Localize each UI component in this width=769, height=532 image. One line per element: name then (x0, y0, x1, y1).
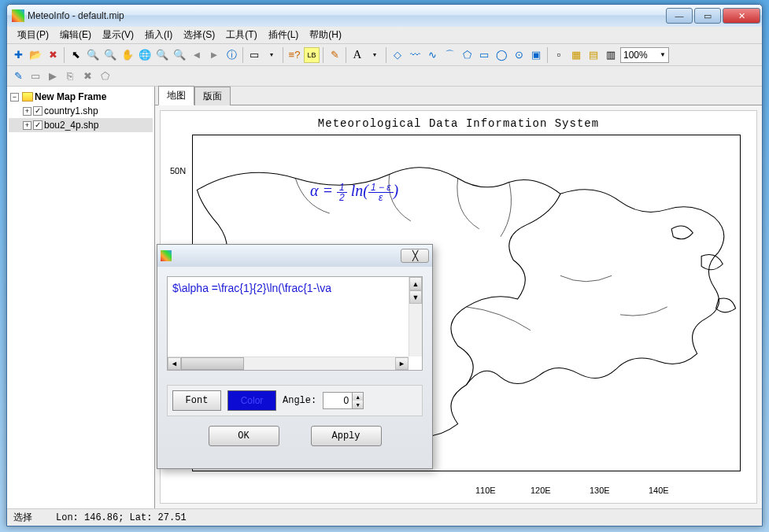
minimize-button[interactable]: — (666, 8, 693, 24)
label-icon[interactable]: LB (304, 47, 320, 63)
zoom-in-icon[interactable]: 🔍 (85, 47, 101, 63)
spinner-up-icon[interactable]: ▲ (352, 393, 363, 401)
status-coords: Lon: 146.86; Lat: 27.51 (56, 512, 187, 523)
tree-item[interactable]: + ✓ country1.shp (9, 104, 153, 118)
vertical-scrollbar[interactable]: ▲ ▼ (409, 277, 422, 357)
angle-input[interactable] (323, 393, 352, 408)
text-input-area[interactable]: $\alpha =\frac{1}{2}\ln(\frac{1-\va ▲ ▼ … (167, 276, 423, 371)
play-icon[interactable]: ▶ (45, 68, 61, 84)
pencil-icon[interactable]: ✎ (10, 68, 26, 84)
menu-project[interactable]: 项目(P) (12, 27, 54, 43)
tab-map[interactable]: 地图 (158, 86, 194, 105)
angle-label: Angle: (283, 395, 316, 406)
font-button[interactable]: Font (172, 390, 221, 411)
layer-tree: − New Map Frame + ✓ country1.shp + ✓ bou… (7, 87, 155, 508)
status-mode: 选择 (13, 511, 32, 524)
pointer-icon[interactable]: ⬉ (68, 47, 83, 63)
shape-curve-icon[interactable]: ⌒ (442, 47, 457, 63)
shape-edit-icon[interactable]: ⬠ (97, 68, 113, 84)
menu-help[interactable]: 帮助(H) (304, 27, 347, 43)
x-tick: 130E (590, 486, 610, 495)
measure-icon[interactable]: ≡? (287, 47, 302, 63)
shape-circle-icon[interactable]: ⊙ (511, 47, 527, 63)
layout-page-icon[interactable]: ▫ (551, 47, 567, 63)
edit-toolbar: ✎ ▭ ▶ ⎘ ✖ ⬠ (7, 66, 762, 87)
open-icon[interactable]: 📂 (28, 47, 43, 63)
main-toolbar: ✚ 📂 ✖ ⬉ 🔍 🔍 ✋ 🌐 🔍 🔍 ◄ ► ⓘ ▭ ▾ ≡? LB ✎ A … (7, 44, 762, 66)
y-tick: 50N (170, 166, 186, 175)
menu-insert[interactable]: 插入(I) (139, 27, 178, 43)
frame-icon (22, 92, 33, 102)
scroll-right-icon[interactable]: ► (395, 357, 409, 370)
expand-icon[interactable]: + (23, 107, 31, 116)
layout-scale-icon[interactable]: ▥ (603, 47, 619, 63)
edit-icon[interactable]: ✎ (327, 47, 342, 63)
shape-freehand-icon[interactable]: ∿ (424, 47, 440, 63)
layout-legend-icon[interactable]: ▤ (586, 47, 601, 63)
menu-view[interactable]: 显示(V) (97, 27, 139, 43)
latex-input[interactable]: $\alpha =\frac{1}{2}\ln(\frac{1-\va (168, 277, 422, 299)
formula-text[interactable]: α = 12 ln(1 − εε) (310, 182, 398, 202)
info-icon[interactable]: ⓘ (224, 47, 239, 63)
horizontal-scrollbar[interactable]: ◄ ► (168, 357, 409, 370)
scroll-up-icon[interactable]: ▲ (409, 277, 422, 290)
tab-layout[interactable]: 版面 (194, 87, 231, 105)
layer-checkbox[interactable]: ✓ (33, 106, 43, 116)
zoom-out-icon[interactable]: 🔍 (102, 47, 118, 63)
remove-icon[interactable]: ✖ (79, 68, 95, 84)
select-rect-icon[interactable]: ▭ (246, 47, 262, 63)
apply-button[interactable]: Apply (311, 426, 382, 446)
copy-icon[interactable]: ⎘ (62, 68, 78, 84)
scroll-left-icon[interactable]: ◄ (168, 357, 181, 370)
zoom-combo[interactable]: 100% ▼ (620, 47, 669, 63)
shape-picture-icon[interactable]: ▣ (528, 47, 544, 63)
spinner-down-icon[interactable]: ▼ (352, 401, 363, 408)
map-title: Meteorological Data Information System (161, 111, 756, 130)
menu-edit[interactable]: 编辑(E) (54, 27, 97, 43)
shape-polyline-icon[interactable]: 〰 (407, 47, 423, 63)
text-tool-icon[interactable]: A (349, 47, 365, 63)
x-tick: 110E (475, 486, 496, 495)
layout-map-icon[interactable]: ▦ (568, 47, 584, 63)
prev-icon[interactable]: ◄ (189, 47, 205, 63)
collapse-icon[interactable]: − (10, 93, 19, 102)
expand-icon[interactable]: + (23, 121, 31, 130)
layer-checkbox[interactable]: ✓ (33, 120, 43, 130)
tree-root[interactable]: − New Map Frame (9, 90, 153, 104)
shape-rect-icon[interactable]: ▭ (476, 47, 492, 63)
maximize-button[interactable]: ▭ (694, 8, 721, 24)
delete-icon[interactable]: ✖ (45, 47, 61, 63)
titlebar[interactable]: MeteoInfo - default.mip — ▭ ✕ (7, 5, 762, 27)
scroll-down-icon[interactable]: ▼ (409, 290, 422, 304)
next-icon[interactable]: ► (206, 47, 222, 63)
x-tick: 140E (649, 486, 669, 495)
edit-vertex-icon[interactable]: ▭ (28, 68, 43, 84)
ok-button[interactable]: OK (209, 426, 279, 446)
dialog-close-button[interactable]: ╳ (401, 249, 429, 263)
shape-polygon-icon[interactable]: ⬠ (459, 47, 475, 63)
pan-icon[interactable]: ✋ (120, 47, 135, 63)
close-button[interactable]: ✕ (723, 8, 760, 24)
text-edit-dialog[interactable]: ╳ $\alpha =\frac{1}{2}\ln(\frac{1-\va ▲ … (157, 244, 433, 469)
tree-item[interactable]: + ✓ bou2_4p.shp (9, 118, 153, 132)
shape-ellipse-icon[interactable]: ◯ (494, 47, 509, 63)
zoom-selection-icon[interactable]: 🔍 (154, 47, 170, 63)
dialog-icon (161, 250, 172, 261)
chevron-down-icon: ▼ (660, 51, 666, 58)
shape-point-icon[interactable]: ◇ (390, 47, 405, 63)
angle-spinner[interactable]: ▲ ▼ (323, 392, 364, 409)
zoom-value: 100% (623, 50, 648, 61)
dialog-titlebar[interactable]: ╳ (157, 245, 432, 267)
menu-select[interactable]: 选择(S) (178, 27, 220, 43)
zoom-extent-icon[interactable]: 🔍 (172, 47, 187, 63)
view-tabs: 地图 版面 (155, 87, 762, 105)
globe-icon[interactable]: 🌐 (137, 47, 153, 63)
add-layer-icon[interactable]: ✚ (10, 47, 26, 63)
scroll-thumb[interactable] (181, 357, 244, 370)
select-dropdown-icon[interactable]: ▾ (264, 47, 279, 63)
menu-plugins[interactable]: 插件(L) (263, 27, 305, 43)
text-dropdown-icon[interactable]: ▾ (367, 47, 383, 63)
menu-tools[interactable]: 工具(T) (220, 27, 262, 43)
color-button[interactable]: Color (227, 390, 276, 411)
x-tick: 120E (531, 486, 551, 495)
